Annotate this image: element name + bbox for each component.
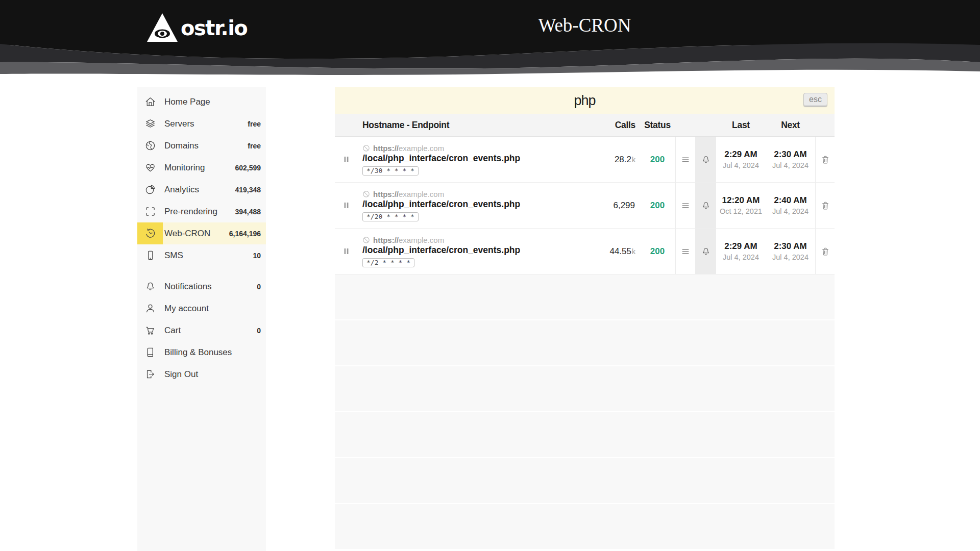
drag-handle[interactable] bbox=[675, 183, 695, 228]
menu-icon bbox=[680, 201, 691, 211]
endpoint-path[interactable]: /local/php_interface/cron_events.php bbox=[362, 199, 520, 210]
bell-icon bbox=[701, 155, 711, 165]
calls-value: 6,299 bbox=[613, 201, 635, 211]
sidebar-item-badge: 602,599 bbox=[235, 164, 266, 172]
next-run-cell: 2:40 AM Jul 4, 2024 bbox=[766, 183, 815, 228]
pause-button[interactable] bbox=[335, 137, 357, 182]
trash-icon bbox=[820, 201, 830, 211]
notify-toggle[interactable] bbox=[695, 229, 716, 274]
sidebar-item-label: Billing & Bonuses bbox=[164, 347, 232, 358]
column-header-status: Status bbox=[640, 120, 675, 131]
sidebar-item-label: Monitoring bbox=[164, 163, 205, 173]
sidebar-item-label: Servers bbox=[164, 119, 194, 129]
logo[interactable]: ostr.io bbox=[146, 11, 247, 45]
table-row: https://example.com /local/php_interface… bbox=[335, 183, 835, 229]
sidebar-section-gap bbox=[137, 266, 266, 276]
sidebar-item-label: Notifications bbox=[164, 282, 212, 292]
drag-handle[interactable] bbox=[675, 229, 695, 274]
user-icon bbox=[137, 297, 163, 319]
sidebar-item-my-account[interactable]: My account bbox=[137, 297, 266, 319]
sidebar-item-servers[interactable]: Servers free bbox=[137, 113, 266, 135]
search-bar[interactable]: php esc bbox=[335, 87, 835, 114]
sidebar-item-home-page[interactable]: Home Page bbox=[137, 91, 266, 113]
sidebar-item-notifications[interactable]: Notifications 0 bbox=[137, 276, 266, 297]
last-run-cell: 2:29 AM Jul 4, 2024 bbox=[716, 137, 766, 182]
sidebar-item-domains[interactable]: Domains free bbox=[137, 135, 266, 157]
delete-button[interactable] bbox=[815, 137, 835, 182]
url-host: example.com bbox=[399, 190, 444, 198]
ostr-logo-icon bbox=[146, 12, 179, 44]
notify-toggle[interactable] bbox=[695, 183, 716, 228]
sidebar-item-web-cron[interactable]: Web-CRON 6,164,196 bbox=[137, 222, 266, 244]
pause-button[interactable] bbox=[335, 229, 357, 274]
empty-row bbox=[335, 366, 835, 412]
calls-suffix: k bbox=[632, 247, 635, 256]
endpoint-cell: https://example.com /local/php_interface… bbox=[357, 183, 591, 228]
next-run-date: Jul 4, 2024 bbox=[772, 207, 808, 215]
hostname-line[interactable]: https://example.com bbox=[362, 190, 444, 198]
next-run-cell: 2:30 AM Jul 4, 2024 bbox=[766, 229, 815, 274]
calls-cell: 44.55k bbox=[591, 229, 640, 274]
column-header-next: Next bbox=[766, 120, 815, 131]
cron-schedule-badge: */30 * * * * bbox=[362, 166, 419, 176]
sidebar-item-monitoring[interactable]: Monitoring 602,599 bbox=[137, 157, 266, 179]
cron-schedule-badge: */20 * * * * bbox=[362, 212, 419, 221]
status-badge: 200 bbox=[640, 137, 675, 182]
sidebar-item-label: SMS bbox=[164, 251, 183, 261]
sidebar-item-sign-out[interactable]: Sign Out bbox=[137, 363, 266, 385]
calls-value: 44.55 bbox=[609, 246, 631, 257]
url-host: example.com bbox=[399, 144, 444, 153]
prohibited-icon bbox=[362, 190, 370, 198]
drag-handle[interactable] bbox=[675, 137, 695, 182]
cron-clock-icon bbox=[137, 222, 163, 244]
menu-icon bbox=[680, 246, 691, 257]
trash-icon bbox=[820, 155, 830, 165]
status-badge: 200 bbox=[640, 229, 675, 274]
next-run-time: 2:30 AM bbox=[774, 149, 807, 160]
sidebar-item-sms[interactable]: SMS 10 bbox=[137, 244, 266, 266]
column-header-last: Last bbox=[716, 120, 766, 131]
endpoint-path[interactable]: /local/php_interface/cron_events.php bbox=[362, 153, 520, 164]
cart-icon bbox=[137, 319, 163, 341]
sidebar-item-cart[interactable]: Cart 0 bbox=[137, 319, 266, 341]
sidebar-item-analytics[interactable]: Analytics 419,348 bbox=[137, 179, 266, 201]
hostname-line[interactable]: https://example.com bbox=[362, 236, 444, 244]
empty-row bbox=[335, 504, 835, 550]
empty-row bbox=[335, 458, 835, 504]
notify-toggle[interactable] bbox=[695, 137, 716, 182]
calls-suffix: k bbox=[632, 156, 635, 164]
endpoint-cell: https://example.com /local/php_interface… bbox=[357, 229, 591, 274]
sign-out-icon bbox=[137, 363, 163, 385]
endpoint-cell: https://example.com /local/php_interface… bbox=[357, 137, 591, 182]
heart-pulse-icon bbox=[137, 157, 163, 179]
pause-button[interactable] bbox=[335, 183, 357, 228]
delete-button[interactable] bbox=[815, 229, 835, 274]
sidebar-item-badge: free bbox=[248, 142, 266, 150]
sidebar-item-label: Cart bbox=[164, 325, 181, 336]
page-title: Web-CRON bbox=[335, 14, 835, 36]
sidebar-item-pre-rendering[interactable]: Pre-rendering 394,488 bbox=[137, 201, 266, 222]
last-run-time: 2:29 AM bbox=[724, 149, 757, 160]
calls-cell: 28.2k bbox=[591, 137, 640, 182]
endpoint-path[interactable]: /local/php_interface/cron_events.php bbox=[362, 245, 520, 256]
calls-cell: 6,299 bbox=[591, 183, 640, 228]
hostname-line[interactable]: https://example.com bbox=[362, 144, 444, 153]
sidebar-item-label: Analytics bbox=[164, 185, 199, 195]
pie-chart-icon bbox=[137, 179, 163, 201]
next-run-time: 2:40 AM bbox=[774, 195, 807, 206]
next-run-date: Jul 4, 2024 bbox=[772, 253, 808, 261]
search-query[interactable]: php bbox=[574, 93, 595, 109]
sidebar-item-billing[interactable]: Billing & Bonuses bbox=[137, 341, 266, 363]
delete-button[interactable] bbox=[815, 183, 835, 228]
globe-icon bbox=[137, 135, 163, 157]
sidebar-item-label: Web-CRON bbox=[164, 229, 210, 239]
home-icon bbox=[137, 91, 163, 113]
sidebar-item-badge: 10 bbox=[253, 252, 266, 260]
empty-row bbox=[335, 320, 835, 366]
esc-key[interactable]: esc bbox=[803, 93, 827, 107]
logo-text: ostr.io bbox=[181, 16, 247, 40]
last-run-time: 12:20 AM bbox=[722, 195, 760, 206]
sidebar-item-label: Home Page bbox=[164, 97, 210, 107]
empty-row bbox=[335, 274, 835, 320]
url-protocol: https:// bbox=[373, 190, 399, 198]
